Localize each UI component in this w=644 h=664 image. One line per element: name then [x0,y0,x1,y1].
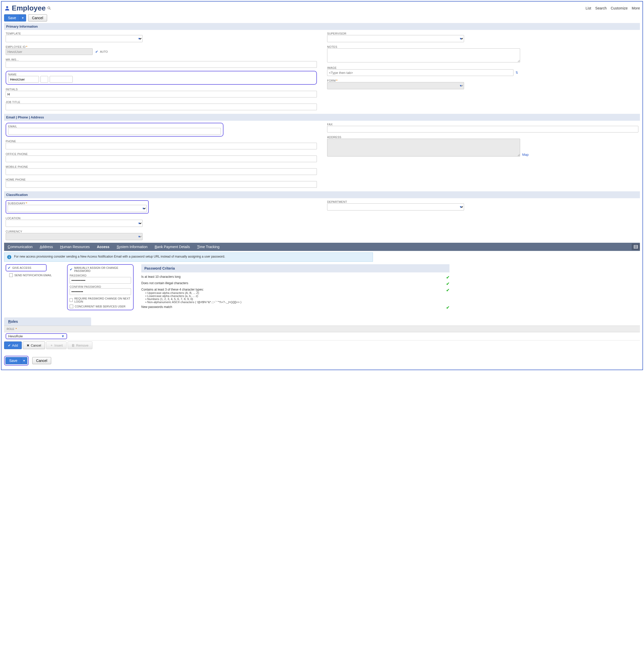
field-fax: FAX [327,123,638,132]
initials-input[interactable] [6,91,317,98]
role-value: HevoRole [8,334,23,338]
roles-tab[interactable]: Roles [4,317,91,326]
address-textarea[interactable] [327,139,520,157]
label-auto: AUTO [100,50,107,53]
field-salutation: MR./MS... [6,58,317,68]
checkbox-concurrent[interactable] [69,305,73,308]
confirm-password-input[interactable] [69,288,131,295]
highlight-password-box: ✔ MANUALLY ASSIGN OR CHANGE PASSWORD PAS… [67,264,134,310]
mobile-phone-input[interactable] [6,168,317,175]
label-office-phone: OFFICE PHONE [6,152,317,155]
insert-button: ＋Insert [46,341,67,349]
link-more[interactable]: More [632,6,640,10]
password-input[interactable] [69,277,131,284]
field-notes: NOTES [327,45,638,63]
required-indicator: * [26,202,27,205]
svg-point-8 [9,255,9,256]
crit-3a: • Uppercase alpha characters (A, B, ... … [145,291,441,294]
action-bar-top: Save ▾ Cancel [4,14,640,21]
field-mobile-phone: MOBILE PHONE [6,165,317,175]
required-indicator: * [336,79,338,82]
save-menu-caret-bottom[interactable]: ▾ [21,357,27,364]
salutation-input[interactable] [6,61,317,68]
save-button[interactable]: Save [4,14,20,21]
field-currency: CURRENCY ▼ [6,230,317,240]
action-bar-bottom: Save ▾ Cancel [4,356,640,366]
field-image: IMAGE ⇅ [327,66,638,76]
field-location: LOCATION ▼ [6,216,317,227]
form-select[interactable] [327,82,464,89]
tab-communication[interactable]: Communication [4,243,36,251]
check-icon: ✔ [446,305,449,310]
tab-address[interactable]: Address [36,243,56,251]
tab-access[interactable]: Access [94,243,113,251]
jobtitle-input[interactable] [6,104,317,110]
label-concurrent: CONCURRENT WEB SERVICES USER [75,305,125,308]
link-list[interactable]: List [586,6,591,10]
save-button-bottom[interactable]: Save [5,357,21,364]
roles-column-header: ROLE * [4,326,640,332]
field-supervisor: SUPERVISOR ▼ [327,32,638,42]
label-salutation: MR./MS... [6,58,317,61]
name-first-input[interactable] [8,76,39,83]
tab-system[interactable]: System Information [113,243,151,251]
field-office-phone: OFFICE PHONE [6,152,317,162]
info-icon [7,255,12,260]
checkbox-send-notification[interactable] [9,273,13,277]
cancel-button[interactable]: Cancel [28,14,47,21]
double-chevron-icon[interactable]: ⇅ [514,71,520,75]
department-select[interactable] [327,203,464,210]
svg-line-2 [50,9,51,9]
role-cancel-button[interactable]: ✖Cancel [23,341,45,349]
field-phone: PHONE [6,140,317,149]
fax-input[interactable] [327,126,638,132]
link-customize[interactable]: Customize [611,6,628,10]
home-phone-input[interactable] [6,181,317,188]
svg-rect-3 [634,245,638,248]
link-search[interactable]: Search [596,6,607,10]
section-classification-header: Classification [4,191,640,198]
plus-icon: ＋ [50,343,53,348]
name-middle-input[interactable] [40,76,48,83]
label-password: PASSWORD [69,274,131,277]
required-indicator: * [26,45,27,48]
check-icon: ✔ [446,275,449,280]
checkmark-icon: ✔ [8,266,11,270]
crit-3d: • Non-alphanumeric ASCII characters ( !@… [145,300,441,304]
email-input[interactable] [8,128,221,134]
notes-textarea[interactable] [327,48,520,62]
svg-point-0 [6,6,8,8]
office-phone-input[interactable] [6,155,317,162]
cancel-button-bottom[interactable]: Cancel [32,357,51,364]
currency-select[interactable] [6,233,143,240]
supervisor-select[interactable] [327,35,464,42]
label-supervisor: SUPERVISOR [327,32,638,35]
add-button[interactable]: ✔Add [4,341,22,349]
label-name: NAME [8,73,314,76]
label-location: LOCATION [6,216,317,220]
crit-3c: • Numbers (1, 2, 3, 4, 5, 6, 7, 8, 9, 0) [145,297,441,300]
tab-time[interactable]: Time Tracking [194,243,223,251]
save-menu-caret[interactable]: ▾ [20,14,26,21]
expand-icon[interactable] [632,244,640,250]
checkbox-require-change[interactable] [69,298,73,302]
label-jobtitle: JOB TITLE [6,101,317,104]
search-icon[interactable] [47,6,51,10]
field-form: FORM* ▼ [327,79,638,89]
role-select[interactable]: HevoRole ▼ [6,333,67,339]
template-select[interactable] [6,35,143,42]
highlight-name-box: NAME [6,71,317,85]
location-select[interactable] [6,220,143,227]
tab-hr[interactable]: Human Resources [57,243,94,251]
name-last-input[interactable] [50,76,73,83]
employee-id-input [6,48,93,55]
image-input[interactable] [327,69,514,76]
subsidiary-select[interactable] [8,205,147,212]
section-contact-header: Email | Phone | Address [4,114,640,121]
map-link[interactable]: Map [522,153,528,157]
label-send-notification: SEND NOTIFICATION EMAIL [14,274,52,277]
checkmark-icon: ✔ [69,267,73,271]
tab-bank[interactable]: Bank Payment Details [151,243,194,251]
label-form: FORM [327,79,336,82]
phone-input[interactable] [6,143,317,149]
